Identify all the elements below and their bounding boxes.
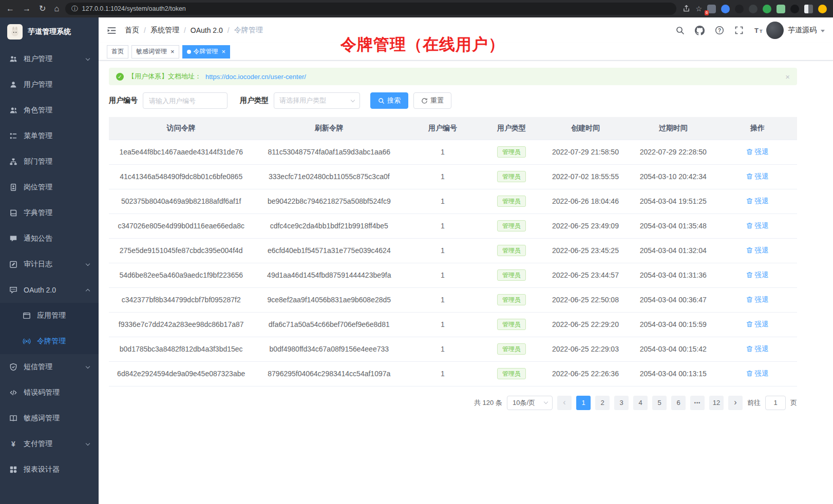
user-id-cell: 1 (405, 214, 480, 238)
sidebar-item-menu[interactable]: 菜单管理 (0, 123, 99, 149)
extension-icon[interactable]: 6 (707, 5, 716, 13)
force-logout-button[interactable]: 强退 (746, 344, 768, 354)
access-token-cell: b0d1785bc3a8482f812db4a3f3bd15ec (109, 337, 253, 361)
url-text: 127.0.0.1:1024/system/oauth2/token (82, 5, 186, 12)
pay-icon: ¥ (9, 440, 17, 448)
browser-reload-button[interactable]: ↻ (39, 5, 46, 13)
tab-1[interactable]: 敏感词管理× (131, 45, 179, 59)
address-bar[interactable]: ⓘ 127.0.0.1:1024/system/oauth2/token (65, 3, 676, 15)
user-id-input[interactable] (143, 92, 228, 109)
sidebar-item-dict[interactable]: 字典管理 (0, 200, 99, 226)
force-logout-button[interactable]: 强退 (746, 221, 768, 230)
pager-ellipsis[interactable]: ••• (690, 396, 705, 410)
sidebar-item-sensitive[interactable]: 敏感词管理 (0, 405, 99, 431)
errcode-icon (9, 389, 17, 397)
tab-0[interactable]: 首页 (107, 45, 128, 59)
doc-link[interactable]: https://doc.iocoder.cn/user-center/ (205, 73, 306, 81)
user-type-label: 用户类型 (240, 96, 269, 105)
sidebar-item-pay[interactable]: ¥支付管理 (0, 431, 99, 457)
user-menu[interactable]: 芋道源码 (766, 22, 825, 39)
page-button-5[interactable]: 5 (652, 396, 667, 410)
page-button-1[interactable]: 1 (576, 396, 591, 410)
extension-icon[interactable] (804, 5, 813, 13)
force-logout-button[interactable]: 强退 (746, 295, 768, 304)
help-icon[interactable]: ? (715, 26, 724, 35)
sidebar-item-user[interactable]: 用户管理 (0, 72, 99, 98)
sidebar-collapse-icon[interactable] (107, 26, 117, 35)
extension-icon[interactable] (763, 5, 771, 13)
breadcrumb-item-oauth2[interactable]: OAuth 2.0 (191, 26, 223, 34)
trash-icon (746, 222, 753, 229)
breadcrumb-item-home[interactable]: 首页 (125, 26, 139, 35)
sidebar-item-label: 菜单管理 (24, 131, 52, 141)
extension-icon[interactable] (777, 5, 785, 13)
jump-prefix: 前往 (747, 398, 761, 408)
extension-icon[interactable] (735, 5, 744, 13)
access-token-cell: 41c41346a548490f9dc8b01c6bfe0865 (109, 164, 253, 189)
sidebar-item-tenant[interactable]: 租户管理 (0, 46, 99, 72)
force-logout-button[interactable]: 强退 (746, 246, 768, 255)
browser-extension-area: ☆ 6 (683, 5, 827, 13)
force-logout-button[interactable]: 强退 (746, 270, 768, 280)
tab-close-icon[interactable]: × (222, 48, 226, 55)
next-page-button[interactable]: › (728, 396, 743, 410)
dept-icon (9, 158, 17, 166)
page-button-2[interactable]: 2 (595, 396, 610, 410)
reset-button[interactable]: 重置 (413, 92, 451, 109)
font-size-icon[interactable]: TT (754, 26, 763, 35)
force-logout-button[interactable]: 强退 (746, 172, 768, 181)
extension-icon[interactable] (749, 5, 758, 13)
notice-icon (9, 235, 17, 243)
table-row: 1ea5e44f8bc1467aaede43144f31de76811c5304… (109, 140, 797, 164)
browser-home-button[interactable]: ⌂ (54, 5, 59, 13)
force-logout-button[interactable]: 强退 (746, 369, 768, 378)
page-jump-input[interactable] (765, 396, 786, 410)
access-token-cell: 275e5de9151045fe87cbdc395e004f4d (109, 238, 253, 263)
sidebar-item-oauth2[interactable]: OAuth 2.0 (0, 277, 99, 303)
page-button-4[interactable]: 4 (633, 396, 648, 410)
fullscreen-icon[interactable] (734, 26, 744, 35)
site-info-icon[interactable]: ⓘ (71, 5, 78, 13)
bookmark-star-icon[interactable]: ☆ (695, 5, 702, 12)
app-logo-bar[interactable]: 芋道管理系统 (0, 17, 99, 46)
search-icon (378, 98, 385, 104)
tab-2[interactable]: 令牌管理× (182, 45, 231, 59)
tab-close-icon[interactable]: × (171, 48, 175, 55)
sidebar-item-role[interactable]: 角色管理 (0, 98, 99, 123)
sidebar-item-report[interactable]: 报表设计器 (0, 457, 99, 482)
force-logout-button[interactable]: 强退 (746, 320, 768, 329)
sidebar-item-audit[interactable]: 审计日志 (0, 251, 99, 277)
sidebar-item-oauth2-app[interactable]: 应用管理 (0, 303, 99, 328)
refresh-token-cell: be90422b8c7946218275a508bf524fc9 (253, 189, 405, 214)
browser-forward-button[interactable]: → (23, 5, 31, 13)
sidebar-item-oauth2-token[interactable]: 令牌管理 (0, 328, 99, 354)
sidebar-item-notice[interactable]: 通知公告 (0, 226, 99, 251)
profile-avatar[interactable] (818, 5, 827, 13)
page-button-3[interactable]: 3 (614, 396, 629, 410)
page-button-6[interactable]: 6 (671, 396, 686, 410)
chevron-down-icon (86, 261, 90, 265)
search-icon[interactable] (675, 26, 685, 35)
table-row: 54d6be82ee5a460a9aedc1f9bf22365649d1aa46… (109, 263, 797, 287)
sidebar-item-sms[interactable]: 短信管理 (0, 354, 99, 380)
search-button[interactable]: 搜索 (370, 92, 408, 109)
force-logout-button[interactable]: 强退 (746, 197, 768, 206)
sidebar-item-errcode[interactable]: 错误码管理 (0, 380, 99, 405)
force-logout-button[interactable]: 强退 (746, 147, 768, 157)
extension-icon[interactable] (790, 5, 799, 13)
browser-back-button[interactable]: ← (6, 5, 14, 13)
github-icon[interactable] (695, 26, 705, 35)
access-token-cell: 6d842e2924594de9a09e45e087323abe (109, 361, 253, 386)
page-size-select[interactable]: 10条/页 (507, 396, 553, 410)
user-type-select[interactable]: 请选择用户类型 (274, 92, 360, 109)
alert-close-icon[interactable]: × (785, 72, 790, 81)
breadcrumb-item-system[interactable]: 系统管理 (150, 26, 179, 35)
app-window: 芋道管理系统 租户管理用户管理角色管理菜单管理部门管理岗位管理字典管理通知公告审… (0, 17, 833, 504)
share-icon[interactable] (683, 5, 690, 13)
extension-icon[interactable] (721, 5, 730, 13)
page-button-12[interactable]: 12 (709, 396, 724, 410)
sidebar-item-post[interactable]: 岗位管理 (0, 175, 99, 200)
prev-page-button[interactable]: ‹ (557, 396, 572, 410)
create-time-cell: 2022-06-25 22:50:08 (542, 287, 629, 312)
sidebar-item-dept[interactable]: 部门管理 (0, 149, 99, 175)
